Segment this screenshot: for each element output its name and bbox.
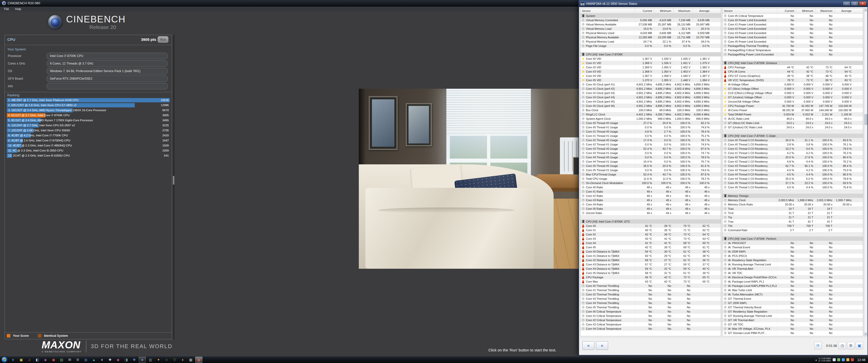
sensor-row[interactable]: IA OC Ratio Limit49.0 x49.0 x49.0 x49.0 … — [722, 117, 863, 121]
taskbar-icon-app[interactable]: ■ — [98, 357, 105, 363]
sensor-row[interactable]: GT: Thermal EventNoNoNo — [722, 296, 863, 301]
sensor-row[interactable]: ⚡Core #1 VID1.368 V1.336 V1.431 V1.379 V — [580, 61, 721, 65]
sensor-row[interactable]: Core #1 Distance to TjMAX60 °C29 °C61 °C… — [580, 254, 721, 258]
sensor-section-header[interactable]: CPU [#0]: Intel Core i7-8700K: Perform..… — [722, 236, 863, 241]
sensor-row[interactable]: Core Max43 °C42 °C73 °C65 °C — [580, 279, 721, 284]
sensor-row[interactable]: Core #3 Ratio49 x49 x49 x49 x — [580, 198, 721, 202]
scroll-down-arrow[interactable]: ▼ — [864, 332, 867, 336]
taskbar-icon-app[interactable]: ▲ — [90, 357, 97, 363]
sensor-row[interactable]: Core #4 Thread #0 Usage0.0 %0.0 %100.0 %… — [580, 155, 721, 159]
sensor-row[interactable]: IA: Residency State RegulationNoNoNo — [722, 258, 863, 262]
col-average[interactable]: Average — [692, 8, 712, 13]
taskbar-icon-app[interactable]: ◧ — [34, 357, 41, 363]
sensor-row[interactable]: CPU IA Cores44 °C42 °C73 °C64 °C — [722, 69, 863, 74]
sensor-row[interactable]: Core #3 Thread #1 Usage0.0 %0.0 %100.0 %… — [580, 151, 721, 155]
log-back-button[interactable]: « — [582, 341, 594, 350]
tray-icon[interactable] — [851, 358, 854, 361]
sensor-section-header[interactable]: CPU [#0]: Intel Core i7-8700K: Enhanced — [722, 61, 863, 65]
sensor-scrollbar[interactable]: ▲ ▼ — [864, 8, 868, 336]
sensor-row[interactable]: ⚡Uncore/SA Voltage Offset0.000 V0.000 V0… — [722, 99, 863, 104]
sensor-row[interactable]: Core #3 Thread #0 Usage52.4 %43.7 %100.0… — [580, 146, 721, 151]
sensor-row[interactable]: ⚡Core #0 VID1.367 V1.330 V1.435 V1.381 V — [580, 57, 721, 61]
sensor-row[interactable]: Core #1 Thread #1 Usage0.0 %0.0 %100.0 %… — [580, 134, 721, 138]
sensor-row[interactable]: Core #2 Power Limit ExceededNoNoNo — [722, 27, 863, 31]
sensor-row[interactable]: IA: DDR RAPLNoNoNo — [722, 249, 863, 254]
sensor-row[interactable]: Core #0 Clock (perf #1)4,901.2 MHz4,895.… — [580, 82, 721, 87]
sensor-row[interactable]: IA: PROCHOTNoNoNo — [722, 241, 863, 245]
sensor-row[interactable]: Core #140 °C39 °C71 °C62 °C — [580, 228, 721, 232]
reset-clock-icon[interactable]: ◷ — [838, 342, 846, 350]
taskbar-icon-app[interactable]: ▤ — [58, 357, 65, 363]
sensor-row[interactable]: Physical Memory Available12,283 MB10,205… — [580, 35, 721, 39]
sensor-row[interactable]: Core #542 °C39 °C69 °C61 °C — [580, 245, 721, 249]
sensor-row[interactable]: Core #343 °C41 °C73 °C63 °C — [580, 236, 721, 241]
sensor-row[interactable]: Core #441 °C41 °C68 °C60 °C — [580, 241, 721, 245]
sensor-row[interactable]: Package/Ring Power Limit ExceededNoNoNo — [722, 52, 863, 57]
sensor-row[interactable]: Core #2 Thread 1 C0 Residency4.8 %4.4 %1… — [722, 159, 863, 164]
sensor-row[interactable]: Trcd21 T21 T21 T — [722, 211, 863, 215]
sensor-row[interactable]: Physical Memory Used4,033 MB3,606 MB6,11… — [580, 31, 721, 35]
sensor-row[interactable]: Core #4 Ratio49 x49 x49 x49 x — [580, 202, 721, 206]
sensor-row[interactable]: Memory Clock2,000.5 MHz1,998.0 MHz2,001.… — [722, 198, 863, 202]
taskbar-icon-app[interactable]: ◈ — [42, 357, 49, 363]
taskbar-icon-app[interactable]: ▥ — [147, 357, 154, 363]
taskbar-icon-hwinfo[interactable]: ▦ — [195, 357, 203, 363]
sensor-row[interactable]: IA: Running Average Thermal LimitNoNoNo — [722, 262, 863, 266]
sensor-row[interactable]: On-Demand Clock Modulation100.0 %100.0 %… — [580, 181, 721, 185]
sensor-row[interactable]: ⚡GT (Unslice) Voltage Offset0.000 V0.000… — [722, 95, 863, 99]
sensor-row[interactable]: ⚡CLR (CBo/LLC/Ring) Voltage Offset0.000 … — [722, 91, 863, 95]
sensor-row[interactable]: Page File Usage0.0 %0.0 %0.0 %0.0 % — [580, 44, 721, 48]
taskbar-icon-app[interactable]: ◍ — [82, 357, 89, 363]
sensor-row[interactable]: Core #0 Thread #0 Usage27.2 %20.9 %100.0… — [580, 121, 721, 125]
taskbar-icon-app[interactable]: ○ — [163, 357, 170, 363]
tray-icon[interactable] — [842, 358, 845, 361]
tray-icon[interactable] — [833, 358, 836, 361]
sensor-row[interactable]: IA: VR TDCNoNoNo — [722, 271, 863, 275]
col-sensor[interactable]: Sensor — [722, 9, 777, 12]
sensor-row[interactable]: ⚡IA Cores Power38.291 W37.665 W144.346 W… — [722, 108, 863, 112]
sensor-row[interactable]: Physical Memory Load24.7 %22.1 %37.4 %34… — [580, 39, 721, 44]
run-button[interactable]: Run — [158, 36, 168, 43]
col-maximum[interactable]: Maximum — [815, 8, 834, 13]
sensor-row[interactable]: Core #1 Critical TemperatureNoNoNo — [580, 314, 721, 318]
sensor-row[interactable]: Core #4 Power Limit ExceededNoNoNo — [722, 35, 863, 39]
taskbar-icon-file-explorer[interactable]: ▣ — [18, 357, 25, 363]
sensor-row[interactable]: GT (Slice) OC Ratio Limit24.0 x24.0 x24.… — [722, 121, 863, 125]
col-minimum[interactable]: Minimum — [796, 8, 815, 13]
sensor-row[interactable]: Core #4 Thread #1 Usage10.4 %0.0 %100.0 … — [580, 159, 721, 164]
sensor-row[interactable]: ⚡Core #5 VID1.370 V1.355 V1.448 V1.384 V — [580, 78, 721, 82]
sensor-row[interactable]: IA: Turbo Attenuation (MCT)NoNoNo — [722, 292, 863, 296]
sensor-row[interactable]: Core #0 Critical TemperatureNoNoNo — [580, 309, 721, 314]
sensor-row[interactable]: GT: Running Average Thermal LimitNoNoNo — [722, 314, 863, 318]
taskbar-icon-app[interactable]: ▽ — [171, 357, 178, 363]
sensor-row[interactable]: Core #3 Clock (perf #4)4,901.2 MHz4,895.… — [580, 95, 721, 99]
taskbar-icon-app[interactable]: ◉ — [50, 357, 57, 363]
col-minimum[interactable]: Minimum — [654, 8, 673, 13]
sensor-row[interactable]: IA: Thermal EventNoNoNo — [722, 245, 863, 249]
sensor-row[interactable]: IA: VR Thermal AlertNoNoNo — [722, 266, 863, 271]
sensor-row[interactable]: Core #5 Thread 0 C0 Residency37.1 %23.2 … — [722, 181, 863, 185]
sensor-row[interactable]: GT: Thermal Velocity BoostNoNoNo — [722, 305, 863, 309]
sensor-row[interactable]: Core #0 Distance to TjMAX59 °C30 °C61 °C… — [580, 249, 721, 254]
sensor-row[interactable]: Core #041 °C39 °C70 °C62 °C — [580, 224, 721, 228]
sensor-row[interactable]: IA: Max Turbo LimitNoNoNo — [722, 288, 863, 292]
panel-scrollbar[interactable] — [173, 35, 175, 339]
sensor-row[interactable]: Core #5 Ratio49 x49 x49 x49 x — [580, 206, 721, 211]
sensor-row[interactable]: Virtual Memory Commited5,095 MB4,523 MB7… — [580, 18, 721, 22]
sensor-row[interactable]: ⚡IA Voltage Offset0.000 V0.000 V0.000 V0… — [722, 82, 863, 87]
sensor-row[interactable]: IA: Max VR Voltage, ICCmax, PL4NoNoNo — [722, 326, 863, 331]
hwinfo-titlebar[interactable]: HWiNFO64 v6.12-3930 Sensor Status — ▢ ✕ — [579, 0, 868, 7]
sensor-row[interactable]: Memory Clock Ratio20.00 x20.00 x20.00 x2… — [722, 202, 863, 206]
sensor-row[interactable]: Package/Ring Thermal ThrottlingNoNoNo — [722, 44, 863, 48]
sensor-row[interactable]: Core #2 Thread #0 Usage17.4 %0.0 %100.0 … — [580, 138, 721, 142]
sensor-row[interactable]: Core #5 Thread #0 Usage26.5 %20.9 %100.0… — [580, 164, 721, 168]
sensor-row[interactable]: Core #2 Critical TemperatureNoNoNo — [580, 318, 721, 322]
scrollbar-thumb[interactable] — [865, 114, 867, 125]
sensor-row[interactable]: IA: Package-Level RAPL/PBM PL2,PL3NoNoNo — [722, 284, 863, 288]
maximize-button[interactable]: ▢ — [851, 1, 859, 6]
col-sensor[interactable]: Sensor — [580, 9, 635, 12]
sensor-row[interactable]: Core #3 Power Limit ExceededNoNoNo — [722, 31, 863, 35]
menu-file[interactable]: File — [1, 7, 11, 11]
gear-icon[interactable]: ⚙ — [847, 342, 855, 350]
sensor-row[interactable]: Bus Clock100.0 MHz99.9 MHz100.0 MHz100.0… — [580, 108, 721, 112]
